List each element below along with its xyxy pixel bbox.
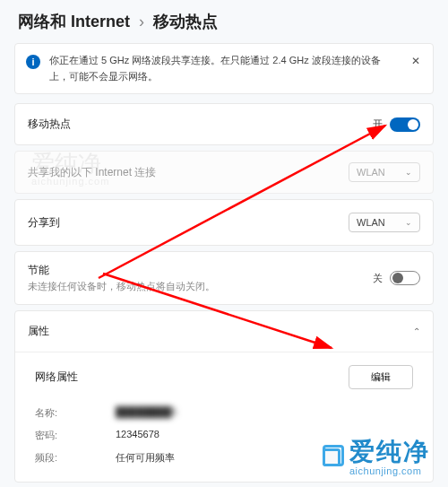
chevron-up-icon: ⌃ (413, 326, 420, 336)
prop-password-value: 12345678 (116, 429, 159, 442)
breadcrumb-parent[interactable]: 网络和 Internet (18, 11, 130, 32)
share-to-card: 分享到 WLAN ⌄ (14, 199, 434, 246)
share-to-value: WLAN (357, 217, 385, 228)
properties-header-label: 属性 (28, 324, 413, 339)
share-to-label: 分享到 (28, 215, 349, 230)
share-from-value: WLAN (357, 167, 385, 178)
info-banner-text: 你正在通过 5 GHz 网络波段共享连接。在只能通过 2.4 GHz 波段连接的… (49, 53, 399, 84)
prop-password-key: 密码: (35, 429, 116, 442)
share-from-select: WLAN ⌄ (349, 162, 420, 182)
chevron-down-icon: ⌄ (405, 168, 412, 177)
breadcrumb-current: 移动热点 (153, 11, 218, 32)
chevron-right-icon: › (139, 13, 144, 31)
hotspot-state-text: 开 (373, 117, 383, 131)
power-card: 节能 未连接任何设备时，移动热点将自动关闭。 关 (14, 251, 434, 305)
prop-name-row: 名称: ████████5 (35, 402, 413, 424)
hotspot-card: 移动热点 开 (14, 103, 434, 145)
power-state-text: 关 (373, 272, 383, 285)
share-to-select[interactable]: WLAN ⌄ (349, 213, 420, 232)
network-properties-title: 网络属性 (35, 370, 349, 385)
prop-band-key: 频段: (35, 451, 116, 465)
edit-button[interactable]: 编辑 (349, 365, 413, 389)
chevron-down-icon: ⌄ (405, 218, 412, 227)
prop-band-row: 频段: 任何可用频率 (35, 447, 413, 469)
breadcrumb: 网络和 Internet › 移动热点 (0, 0, 448, 41)
properties-card: 属性 ⌃ 网络属性 编辑 名称: ████████5 密码: 12345678 … (14, 310, 434, 483)
info-banner: i 你正在通过 5 GHz 网络波段共享连接。在只能通过 2.4 GHz 波段连… (14, 43, 434, 94)
hotspot-toggle[interactable] (390, 117, 420, 132)
close-icon[interactable]: ✕ (408, 53, 424, 69)
info-icon: i (26, 55, 40, 69)
prop-band-value: 任何可用频率 (116, 451, 175, 465)
power-toggle[interactable] (390, 271, 420, 285)
prop-name-key: 名称: (35, 406, 116, 420)
power-label: 节能 (28, 263, 373, 278)
prop-password-row: 密码: 12345678 (35, 424, 413, 447)
share-from-label: 共享我的以下 Internet 连接 (28, 165, 349, 180)
prop-name-value: ████████5 (116, 406, 177, 420)
share-from-card: 共享我的以下 Internet 连接 WLAN ⌄ (14, 151, 434, 194)
properties-body: 网络属性 编辑 名称: ████████5 密码: 12345678 频段: 任… (15, 352, 433, 482)
properties-header[interactable]: 属性 ⌃ (15, 311, 433, 352)
hotspot-label: 移动热点 (28, 117, 373, 132)
power-sub: 未连接任何设备时，移动热点将自动关闭。 (28, 281, 373, 293)
